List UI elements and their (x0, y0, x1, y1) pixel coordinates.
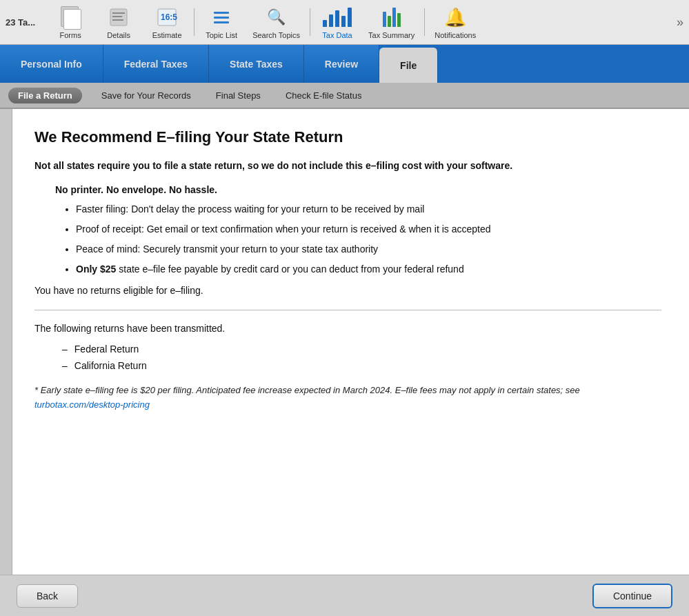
toolbar-item-forms[interactable]: Forms (53, 5, 88, 39)
tax-data-icon (325, 5, 350, 30)
list-item: Proof of receipt: Get email or text conf… (76, 222, 661, 237)
left-sidebar (0, 109, 12, 575)
main-nav: Personal Info Federal Taxes State Taxes … (0, 45, 689, 83)
returns-list: Federal Return California Return (62, 344, 661, 371)
toolbar-notifications-label: Notifications (435, 31, 476, 39)
toolbar-item-details[interactable]: Details (101, 5, 136, 39)
toolbar-separator-2 (310, 8, 310, 36)
toolbar-item-topic-list[interactable]: Topic List (204, 5, 239, 39)
toolbar-estimate-label: Estimate (152, 31, 182, 39)
list-item: Only $25 state e–file fee payable by cre… (76, 262, 661, 277)
toolbar-separator-1 (194, 8, 194, 36)
toolbar-separator-3 (424, 8, 425, 36)
svg-rect-1 (112, 12, 125, 14)
toolbar: 23 Ta... Forms Details 16:57 Estimate (0, 0, 689, 45)
no-returns-text: You have no returns eligible for e–filin… (34, 285, 661, 296)
sub-nav: File a Return Save for Your Records Fina… (0, 83, 689, 109)
list-item: Federal Return (62, 344, 661, 355)
benefit-title: No printer. No envelope. No hassle. (55, 184, 661, 195)
more-icon[interactable]: » (677, 15, 683, 30)
toolbar-item-notifications[interactable]: 🔔 Notifications (435, 5, 476, 39)
toolbar-item-estimate[interactable]: 16:57 Estimate (150, 5, 184, 39)
toolbar-item-tax-summary[interactable]: Tax Summary (368, 5, 415, 39)
toolbar-tax-summary-label: Tax Summary (368, 31, 415, 39)
tab-state-taxes[interactable]: State Taxes (209, 45, 304, 83)
svg-text:16:57: 16:57 (161, 12, 177, 22)
tab-review[interactable]: Review (304, 45, 379, 83)
list-item: Peace of mind: Securely transmit your re… (76, 242, 661, 257)
toolbar-search-topics-label: Search Topics (252, 31, 300, 39)
intro-text: Not all states require you to file a sta… (34, 159, 661, 173)
sub-nav-final-steps[interactable]: Final Steps (210, 88, 266, 103)
back-button[interactable]: Back (17, 584, 78, 608)
sub-nav-file-a-return[interactable]: File a Return (8, 88, 82, 103)
details-icon (106, 5, 131, 30)
main-content: We Recommend E–filing Your State Return … (0, 109, 689, 575)
tab-federal-taxes[interactable]: Federal Taxes (103, 45, 209, 83)
transmitted-text: The following returns have been transmit… (34, 323, 661, 334)
sub-nav-check-efile[interactable]: Check E-file Status (280, 88, 368, 103)
svg-rect-3 (112, 19, 123, 21)
sub-nav-save-for-records[interactable]: Save for Your Records (96, 88, 197, 103)
content-area: We Recommend E–filing Your State Return … (34, 128, 661, 413)
svg-rect-2 (112, 16, 122, 17)
topic-list-icon (209, 5, 234, 30)
forms-icon (58, 5, 83, 30)
toolbar-item-tax-data[interactable]: Tax Data (320, 5, 355, 39)
toolbar-forms-label: Forms (60, 31, 81, 39)
search-topics-icon: 🔍 (264, 5, 289, 30)
benefits-list: Faster filing: Don't delay the process w… (76, 202, 661, 277)
tax-summary-icon (379, 5, 404, 30)
page-title: We Recommend E–filing Your State Return (34, 128, 661, 146)
list-item: California Return (62, 360, 661, 371)
bottom-bar: Back Continue (0, 575, 689, 616)
list-item: Faster filing: Don't delay the process w… (76, 202, 661, 217)
toolbar-tax-data-label: Tax Data (322, 31, 352, 39)
divider (34, 310, 661, 310)
tab-personal-info[interactable]: Personal Info (0, 45, 103, 83)
disclaimer: * Early state e–filing fee is $20 per fi… (34, 384, 661, 413)
estimate-icon: 16:57 (154, 5, 179, 30)
toolbar-topic-list-label: Topic List (206, 31, 237, 39)
continue-button[interactable]: Continue (592, 584, 672, 608)
toolbar-item-search-topics[interactable]: 🔍 Search Topics (252, 5, 300, 39)
toolbar-details-label: Details (107, 31, 130, 39)
disclaimer-link[interactable]: turbotax.com/desktop-pricing (34, 399, 150, 410)
bell-icon: 🔔 (443, 5, 468, 30)
tab-file[interactable]: File (379, 48, 438, 83)
app-title: 23 Ta... (6, 17, 35, 28)
